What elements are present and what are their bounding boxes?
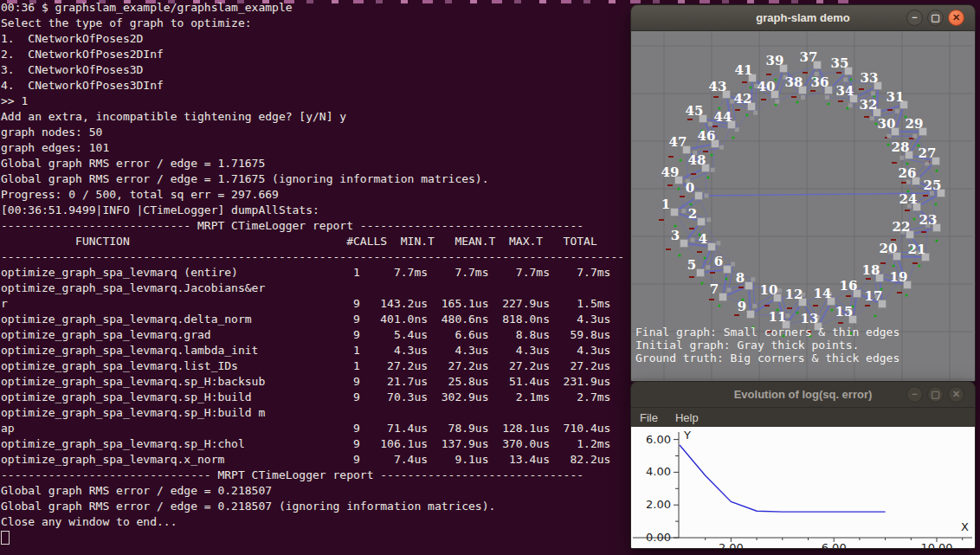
node-label-40: 40: [758, 79, 776, 94]
node-label-34: 34: [836, 83, 854, 99]
node-label-49: 49: [661, 165, 680, 180]
node-label-41: 41: [735, 62, 753, 78]
node-label-8: 8: [736, 270, 745, 286]
tick-labels: 0.002.004.006.002.006.0010.00YX: [646, 429, 969, 548]
node-label-11: 11: [769, 309, 787, 325]
node-label-31: 31: [887, 89, 905, 105]
terminal-cursor: [1, 531, 10, 545]
node-label-20: 20: [880, 241, 898, 256]
node-label-14: 14: [814, 286, 832, 301]
node-label-35: 35: [831, 55, 849, 71]
svg-text:0.00: 0.00: [646, 531, 671, 544]
node-label-46: 46: [698, 128, 716, 144]
x-axis-label: X: [961, 520, 969, 533]
node-label-32: 32: [860, 97, 878, 113]
node-label-30: 30: [878, 116, 896, 132]
node-label-27: 27: [919, 145, 937, 161]
node-label-9: 9: [738, 299, 746, 314]
node-label-4: 4: [699, 231, 707, 247]
axes: [633, 432, 972, 542]
maximize-icon[interactable]: ▢: [927, 10, 944, 26]
node-label-43: 43: [709, 79, 727, 94]
node-label-21: 21: [908, 242, 926, 257]
menu-file[interactable]: File: [640, 411, 658, 424]
graph-3d-viewport[interactable]: 0123456789101112131415161718192021222324…: [631, 31, 975, 381]
node-label-38: 38: [785, 74, 803, 90]
svg-text:4.00: 4.00: [646, 465, 671, 478]
node-label-29: 29: [906, 116, 924, 132]
terminal-output[interactable]: 00:36 $ graphslam_example/graphslam_exam…: [1, 0, 624, 530]
plot-canvas: 0.002.004.006.002.006.0010.00YX: [631, 427, 975, 548]
node-label-15: 15: [835, 304, 854, 319]
node-label-5: 5: [687, 257, 696, 273]
error-curve: [680, 445, 886, 512]
menu-help[interactable]: Help: [675, 411, 699, 424]
node-label-47: 47: [669, 134, 687, 150]
node-label-3: 3: [671, 228, 680, 243]
svg-text:10.00: 10.00: [920, 541, 952, 548]
close-icon[interactable]: ✕: [948, 386, 964, 403]
minimize-icon[interactable]: −: [906, 10, 923, 26]
node-label-10: 10: [760, 282, 778, 298]
maximize-icon[interactable]: ▢: [927, 386, 944, 403]
node-label-19: 19: [890, 269, 908, 285]
close-icon[interactable]: ✕: [948, 10, 964, 26]
node-label-7: 7: [710, 281, 719, 297]
plot-menubar: File Help: [631, 408, 975, 427]
graph-window-controls: − ▢ ✕: [906, 10, 964, 26]
node-label-12: 12: [785, 287, 803, 302]
node-label-16: 16: [840, 278, 858, 294]
error-plot-area[interactable]: 0.002.004.006.002.006.0010.00YX: [631, 427, 975, 548]
node-label-28: 28: [892, 139, 910, 155]
plot-window-controls: − ▢ ✕: [906, 386, 964, 403]
node-label-23: 23: [919, 212, 938, 228]
node-label-39: 39: [766, 53, 784, 68]
node-label-37: 37: [800, 49, 818, 65]
graph-slam-demo-window: graph-slam demo − ▢ ✕ 012345678910111213…: [630, 4, 976, 382]
svg-text:6.00: 6.00: [822, 541, 847, 548]
node-label-33: 33: [861, 70, 879, 86]
node-label-13: 13: [801, 311, 819, 326]
node-label-42: 42: [734, 91, 752, 106]
node-label-18: 18: [862, 262, 880, 278]
desktop: { "terminal": { "lines": [ "00:36 $ grap…: [0, 0, 980, 555]
node-label-6: 6: [714, 254, 723, 269]
node-label-22: 22: [893, 219, 911, 235]
node-label-45: 45: [686, 103, 704, 119]
node-label-26: 26: [899, 165, 917, 181]
y-axis-label: Y: [683, 429, 691, 442]
node-label-17: 17: [865, 288, 883, 304]
svg-text:2.00: 2.00: [719, 541, 744, 548]
node-label-0: 0: [686, 180, 694, 196]
node-label-1: 1: [661, 197, 670, 212]
node-label-25: 25: [924, 177, 942, 193]
node-label-48: 48: [688, 152, 706, 168]
node-label-44: 44: [714, 109, 732, 125]
error-chart-svg: 0.002.004.006.002.006.0010.00YX: [631, 427, 974, 548]
svg-text:2.00: 2.00: [646, 498, 671, 511]
error-plot-window: Evolution of log(sq. error) − ▢ ✕ File H…: [630, 381, 976, 549]
node-label-24: 24: [899, 191, 918, 207]
node-label-36: 36: [811, 74, 829, 90]
svg-text:6.00: 6.00: [646, 433, 671, 446]
minimize-icon[interactable]: −: [906, 386, 923, 403]
graph-window-titlebar[interactable]: graph-slam demo − ▢ ✕: [631, 5, 975, 31]
plot-window-titlebar[interactable]: Evolution of log(sq. error) − ▢ ✕: [631, 382, 975, 408]
graph-legend-text: Final graph: Small corners & thin edges …: [635, 326, 899, 365]
node-label-2: 2: [688, 206, 697, 222]
